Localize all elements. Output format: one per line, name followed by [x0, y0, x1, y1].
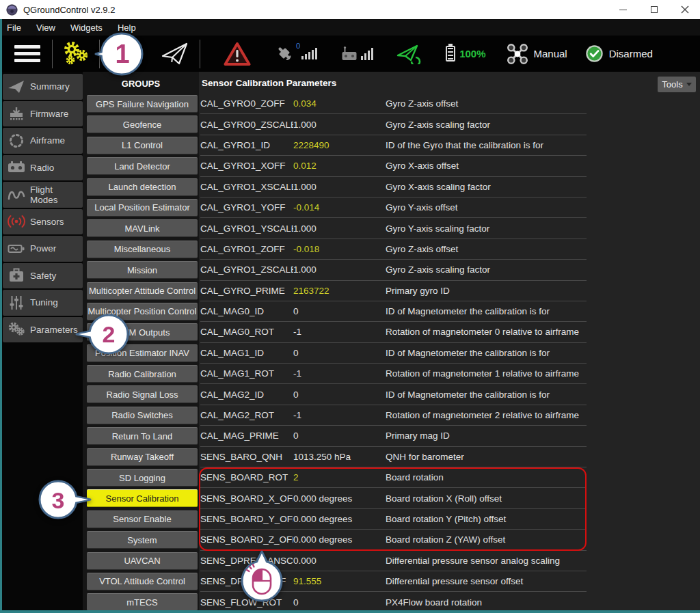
- group-button[interactable]: System: [87, 531, 198, 549]
- group-button[interactable]: VTOL Attitude Control: [87, 573, 198, 590]
- parameter-name: CAL_MAG0_ROT: [200, 327, 293, 337]
- hamburger-menu-button[interactable]: [2, 45, 52, 62]
- group-button[interactable]: Launch detection: [87, 178, 198, 196]
- group-button[interactable]: SD Logging: [87, 469, 198, 487]
- parameter-name: CAL_MAG_PRIME: [200, 431, 293, 441]
- fly-view-button[interactable]: [150, 42, 200, 66]
- arm-status-indicator[interactable]: Disarmed: [585, 44, 653, 63]
- sliders-icon: [3, 295, 30, 311]
- parameter-description: Gyro Z-axis scaling factor: [386, 264, 587, 275]
- group-button[interactable]: UAVCAN: [87, 552, 198, 570]
- parameter-value: -0.018: [293, 244, 386, 254]
- parameter-name: CAL_GYRO_PRIME: [200, 286, 293, 296]
- parameter-row[interactable]: CAL_MAG_PRIME 0 Primary mag ID: [200, 426, 587, 446]
- battery-percent: 100%: [459, 48, 485, 59]
- rc-indicator[interactable]: [340, 45, 373, 63]
- close-button[interactable]: [669, 0, 700, 19]
- group-button[interactable]: mTECS: [87, 593, 198, 611]
- group-button[interactable]: Miscellaneous: [87, 241, 198, 258]
- parameter-value: 2228490: [293, 140, 386, 150]
- group-button[interactable]: Mission: [87, 261, 198, 279]
- group-button[interactable]: Runway Takeoff: [87, 448, 198, 466]
- red-highlight-rectangle: [199, 467, 587, 551]
- parameter-name: CAL_MAG2_ROT: [200, 410, 293, 420]
- parameter-row[interactable]: CAL_GYRO1_YOFF -0.014 Gyro Y-axis offset: [200, 197, 587, 218]
- group-button[interactable]: Land Detector: [87, 157, 198, 175]
- annotation-step-1: 1: [93, 31, 148, 79]
- parameter-row[interactable]: CAL_GYRO1_ZSCALE 1.000 Gyro Z-axis scali…: [200, 260, 587, 280]
- parameter-description: Primary gyro ID: [386, 286, 587, 296]
- battery-indicator[interactable]: 100%: [421, 46, 485, 62]
- flight-mode-indicator[interactable]: Manual: [507, 43, 567, 65]
- sidebar-item[interactable]: Power: [3, 236, 83, 262]
- sidebar-item[interactable]: Sensors: [3, 209, 83, 235]
- parameter-row[interactable]: CAL_GYRO_PRIME 2163722 Primary gyro ID: [200, 281, 587, 301]
- parameter-description: Gyro Z-axis offset: [386, 98, 587, 109]
- telemetry-indicator[interactable]: [396, 44, 421, 64]
- parameter-description: Primary mag ID: [386, 431, 587, 441]
- gps-indicator[interactable]: 0: [275, 44, 317, 64]
- annotation-click: [239, 549, 284, 602]
- parameter-row[interactable]: CAL_GYRO1_XSCALE 1.000 Gyro X-axis scali…: [200, 177, 587, 197]
- parameter-row[interactable]: CAL_GYRO1_ID 2228490 ID of the Gyro that…: [200, 135, 587, 156]
- sidebar-item-label: Airframe: [30, 135, 65, 146]
- setup-gears-button[interactable]: [53, 40, 99, 68]
- parameter-value: 1.000: [293, 182, 386, 192]
- parameter-description: ID of Magnetometer the calibration is fo…: [386, 306, 587, 316]
- parameter-value: -0.014: [293, 202, 386, 213]
- group-button[interactable]: Return To Land: [87, 427, 198, 445]
- parameter-row[interactable]: CAL_MAG0_ROT -1 Rotation of magnetometer…: [200, 322, 587, 342]
- sidebar-item[interactable]: Summary: [3, 74, 83, 100]
- group-button[interactable]: MAVLink: [87, 219, 198, 237]
- parameter-row[interactable]: CAL_MAG1_ROT -1 Rotation of magnetometer…: [200, 364, 587, 384]
- sidebar-item[interactable]: Flight Modes: [3, 182, 83, 208]
- group-button[interactable]: GPS Failure Navigation: [87, 95, 198, 113]
- parameter-table-title: Sensor Calibration Parameters: [202, 78, 336, 88]
- parameter-value: 1.000: [293, 223, 386, 234]
- parameter-row[interactable]: CAL_MAG0_ID 0 ID of Magnetometer the cal…: [200, 301, 587, 322]
- minimize-button[interactable]: [608, 0, 638, 19]
- parameter-row[interactable]: CAL_MAG2_ROT -1 Rotation of magnetometer…: [200, 405, 587, 426]
- tools-button[interactable]: Tools: [658, 77, 696, 92]
- parameter-row[interactable]: SENS_BARO_QNH 1013.250 hPa QNH for barom…: [200, 447, 587, 467]
- parameter-name: CAL_GYRO1_YSCALE: [200, 223, 293, 234]
- group-button[interactable]: Sensor Calibration: [87, 489, 198, 507]
- parameter-row[interactable]: CAL_GYRO1_YSCALE 1.000 Gyro Y-axis scali…: [200, 218, 587, 239]
- group-button[interactable]: Local Position Estimator: [87, 199, 198, 217]
- parameter-row[interactable]: CAL_GYRO0_ZSCALE 1.000 Gyro Z-axis scali…: [200, 114, 587, 135]
- menu-item[interactable]: File: [7, 23, 21, 33]
- parameter-description: QNH for barometer: [386, 452, 587, 462]
- annotation-step-2-number: 2: [99, 321, 118, 348]
- annotation-step-3: 3: [37, 478, 93, 521]
- sidebar-item-label: Summary: [30, 81, 70, 92]
- group-button[interactable]: L1 Control: [87, 137, 198, 154]
- parameter-row[interactable]: CAL_MAG2_ID 0 ID of Magnetometer the cal…: [200, 384, 587, 405]
- parameter-row[interactable]: CAL_GYRO0_ZOFF 0.034 Gyro Z-axis offset: [200, 94, 587, 114]
- parameter-description: PX4Flow board rotation: [386, 597, 587, 608]
- group-button[interactable]: Radio Switches: [87, 407, 198, 424]
- parameter-row[interactable]: CAL_MAG1_ID 0 ID of Magnetometer the cal…: [200, 343, 587, 364]
- sidebar-item-label: Sensors: [30, 217, 64, 227]
- parameter-row[interactable]: CAL_GYRO1_XOFF 0.012 Gyro X-axis offset: [200, 156, 587, 176]
- group-button[interactable]: Geofence: [87, 115, 198, 133]
- message-indicator-button[interactable]: [224, 42, 251, 66]
- maximize-button[interactable]: [638, 0, 669, 19]
- sidebar-item[interactable]: Safety: [3, 263, 83, 289]
- menu-item[interactable]: View: [36, 23, 55, 33]
- paper-plane-outline-icon: [161, 42, 189, 66]
- group-button[interactable]: Radio Calibration: [87, 365, 198, 383]
- group-button[interactable]: Radio Signal Loss: [87, 385, 198, 403]
- sidebar-item[interactable]: Airframe: [3, 128, 83, 154]
- sidebar-item[interactable]: Radio: [3, 155, 83, 181]
- parameter-value: 0: [293, 390, 386, 400]
- sidebar-item[interactable]: Parameters: [3, 317, 83, 343]
- parameter-description: Gyro Z-axis offset: [386, 244, 587, 254]
- sidebar-item[interactable]: Tuning: [3, 290, 83, 316]
- group-button[interactable]: Sensor Enable: [87, 510, 198, 528]
- setup-sidebar: Summary Firmware Airframe Radio Flight M…: [2, 72, 83, 611]
- parameter-row[interactable]: CAL_GYRO1_ZOFF -0.018 Gyro Z-axis offset: [200, 239, 587, 260]
- paper-plane-icon: [3, 79, 30, 94]
- parameter-name: CAL_GYRO1_YOFF: [200, 202, 293, 213]
- sidebar-item[interactable]: Firmware: [3, 101, 83, 127]
- group-button[interactable]: Multicopter Attitude Control: [87, 282, 198, 300]
